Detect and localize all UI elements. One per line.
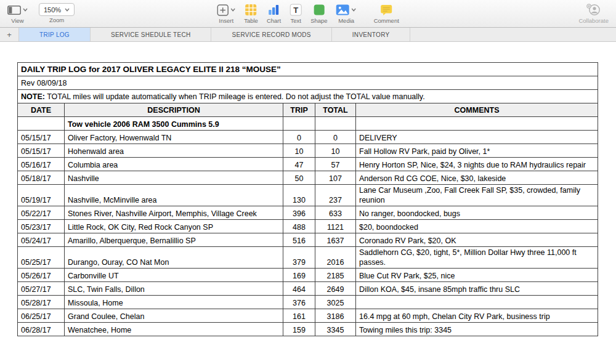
tow-vehicle-cell[interactable]: Tow vehicle 2006 RAM 3500 Cummins 5.9: [65, 117, 283, 131]
trip-cell[interactable]: 169: [283, 269, 315, 282]
tab-service-record-mods[interactable]: SERVICE RECORD MODS: [211, 28, 331, 41]
table-row: 05/28/17 Missoula, Home 376 3025: [18, 296, 598, 309]
note-cell[interactable]: NOTE: TOTAL miles will update automatica…: [18, 90, 598, 103]
table-button[interactable]: Table: [244, 3, 258, 24]
total-cell[interactable]: 3345: [315, 323, 356, 336]
date-cell[interactable]: 05/27/17: [18, 282, 65, 296]
comments-cell[interactable]: Dillon KOA, $45, insane 85mph traffic th…: [356, 282, 598, 296]
total-cell[interactable]: 2016: [315, 247, 356, 269]
date-cell[interactable]: 05/18/17: [18, 171, 65, 185]
comments-cell[interactable]: Henry Horton SP, Nice, $24, 3 nights due…: [356, 158, 598, 171]
comments-cell[interactable]: DELIVERY: [356, 131, 598, 144]
trip-cell[interactable]: 161: [283, 309, 315, 323]
col-header-trip[interactable]: TRIP: [283, 103, 315, 117]
total-cell[interactable]: 2185: [315, 269, 356, 282]
date-cell[interactable]: 05/25/17: [18, 247, 65, 269]
text-button[interactable]: T Text: [290, 3, 302, 24]
add-sheet-button[interactable]: +: [0, 28, 19, 41]
insert-button[interactable]: Insert: [217, 3, 235, 24]
date-cell[interactable]: 05/22/17: [18, 206, 65, 220]
table-row: 05/22/17 Stones River, Nashville Airport…: [18, 206, 598, 220]
trip-cell[interactable]: 516: [283, 233, 315, 247]
date-cell[interactable]: 05/15/17: [18, 131, 65, 144]
total-cell[interactable]: 0: [315, 131, 356, 144]
trip-cell[interactable]: 10: [283, 144, 315, 158]
revision-cell[interactable]: Rev 08/09/18: [18, 76, 598, 90]
description-cell[interactable]: Little Rock, OK City, Red Rock Canyon SP: [65, 220, 283, 233]
total-cell[interactable]: 3186: [315, 309, 356, 323]
tab-trip-log[interactable]: TRIP LOG: [19, 28, 91, 41]
trip-cell[interactable]: 464: [283, 282, 315, 296]
trip-cell[interactable]: 488: [283, 220, 315, 233]
date-cell[interactable]: 05/28/17: [18, 296, 65, 309]
date-cell[interactable]: 05/16/17: [18, 158, 65, 171]
date-cell[interactable]: 05/23/17: [18, 220, 65, 233]
comments-cell[interactable]: Blue Cut RV Park, $25, nice: [356, 269, 598, 282]
description-cell[interactable]: Nashville, McMinville area: [65, 185, 283, 206]
view-button[interactable]: View: [7, 3, 28, 24]
total-cell[interactable]: 237: [315, 185, 356, 206]
comments-cell[interactable]: $20, boondocked: [356, 220, 598, 233]
description-cell[interactable]: Durango, Ouray, CO Nat Mon: [65, 247, 283, 269]
total-cell[interactable]: 107: [315, 171, 356, 185]
col-header-comments[interactable]: COMMENTS: [356, 103, 598, 117]
description-cell[interactable]: Stones River, Nashville Airport, Memphis…: [65, 206, 283, 220]
media-button[interactable]: Media: [336, 3, 357, 24]
tab-service-shedule-tech[interactable]: SERVICE SHEDULE TECH: [91, 28, 212, 41]
trip-cell[interactable]: 47: [283, 158, 315, 171]
description-cell[interactable]: Wenatchee, Home: [65, 323, 283, 336]
col-header-description[interactable]: DESCRIPTION: [65, 103, 283, 117]
col-header-total[interactable]: TOTAL: [315, 103, 356, 117]
total-cell[interactable]: 1121: [315, 220, 356, 233]
description-cell[interactable]: Hohenwald area: [65, 144, 283, 158]
empty-cell[interactable]: [356, 117, 598, 131]
trip-cell[interactable]: 396: [283, 206, 315, 220]
trip-cell[interactable]: 376: [283, 296, 315, 309]
description-cell[interactable]: Columbia area: [65, 158, 283, 171]
description-cell[interactable]: Nashville: [65, 171, 283, 185]
description-cell[interactable]: Amarillo, Alberquerque, Bernalillio SP: [65, 233, 283, 247]
description-cell[interactable]: Missoula, Home: [65, 296, 283, 309]
comments-cell[interactable]: No ranger, boondocked, bugs: [356, 206, 598, 220]
chart-button[interactable]: Chart: [267, 3, 281, 24]
comments-cell[interactable]: Fall Hollow RV Park, paid by Oliver, 1*: [356, 144, 598, 158]
empty-cell[interactable]: [18, 117, 65, 131]
trip-cell[interactable]: 130: [283, 185, 315, 206]
empty-cell[interactable]: [283, 117, 315, 131]
empty-cell[interactable]: [315, 117, 356, 131]
comments-cell[interactable]: Towing miles this trip: 3345: [356, 323, 598, 336]
total-cell[interactable]: 10: [315, 144, 356, 158]
description-cell[interactable]: Oliver Factory, Howenwald TN: [65, 131, 283, 144]
description-cell[interactable]: Carbonville UT: [65, 269, 283, 282]
comment-button[interactable]: Comment: [374, 3, 399, 24]
total-cell[interactable]: 633: [315, 206, 356, 220]
description-cell[interactable]: SLC, Twin Falls, Dillon: [65, 282, 283, 296]
description-cell[interactable]: Grand Coulee, Chelan: [65, 309, 283, 323]
tab-inventory[interactable]: INVENTORY: [332, 28, 411, 41]
shape-button[interactable]: Shape: [310, 3, 327, 24]
zoom-dropdown[interactable]: 150% Zoom: [39, 3, 75, 24]
trip-cell[interactable]: 159: [283, 323, 315, 336]
date-cell[interactable]: 05/26/17: [18, 269, 65, 282]
trip-cell[interactable]: 379: [283, 247, 315, 269]
total-cell[interactable]: 57: [315, 158, 356, 171]
date-cell[interactable]: 05/15/17: [18, 144, 65, 158]
trip-cell[interactable]: 50: [283, 171, 315, 185]
date-cell[interactable]: 05/24/17: [18, 233, 65, 247]
comments-cell[interactable]: Saddlehorn CG, $20, tight, 5*, Million D…: [356, 247, 598, 269]
comments-cell[interactable]: Lane Car Museum ,Zoo, Fall Creek Fall SP…: [356, 185, 598, 206]
trip-cell[interactable]: 0: [283, 131, 315, 144]
table-title-cell[interactable]: DAILY TRIP LOG for 2017 OLIVER LEGACY EL…: [18, 63, 598, 76]
comments-cell[interactable]: Anderson Rd CG COE, Nice, $30, lakeside: [356, 171, 598, 185]
collaborate-button[interactable]: Collaborate: [578, 3, 609, 24]
total-cell[interactable]: 1637: [315, 233, 356, 247]
total-cell[interactable]: 3025: [315, 296, 356, 309]
date-cell[interactable]: 05/19/17: [18, 185, 65, 206]
total-cell[interactable]: 2649: [315, 282, 356, 296]
date-cell[interactable]: 06/25/17: [18, 309, 65, 323]
comments-cell[interactable]: [356, 296, 598, 309]
date-cell[interactable]: 06/28/17: [18, 323, 65, 336]
comments-cell[interactable]: Coronado RV Park, $20, OK: [356, 233, 598, 247]
comments-cell[interactable]: 16.4 mpg at 60 mph, Chelan City RV Park,…: [356, 309, 598, 323]
col-header-date[interactable]: DATE: [18, 103, 65, 117]
